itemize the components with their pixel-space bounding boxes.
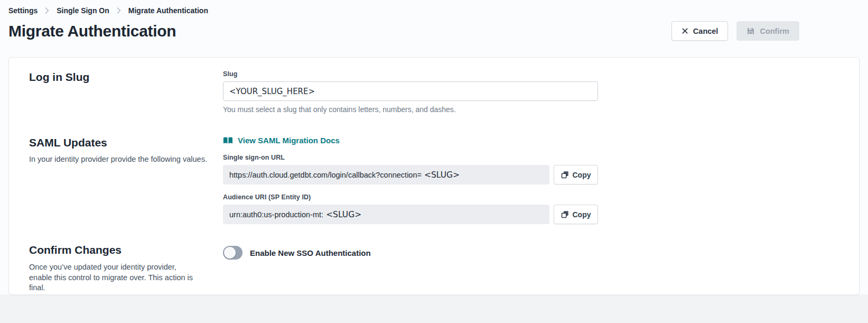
audience-uri-value: urn:auth0:us-production-mt: <SLUG>: [223, 205, 549, 224]
save-icon: [746, 27, 755, 35]
breadcrumb-settings[interactable]: Settings: [8, 6, 38, 15]
confirm-button-label: Confirm: [760, 27, 789, 35]
breadcrumb-single-sign-on[interactable]: Single Sign On: [57, 6, 109, 15]
audience-uri-slug-placeholder: <SLUG>: [326, 210, 361, 219]
page-container: Settings Single Sign On Migrate Authenti…: [0, 0, 868, 294]
migrate-authentication-card: Log in Slug Slug You must select a slug …: [8, 57, 860, 295]
breadcrumb-current-page: Migrate Authentication: [128, 6, 208, 15]
toggle-knob: [224, 247, 236, 259]
audience-uri-label: Audience URI (SP Entity ID): [223, 193, 598, 201]
close-icon: [682, 27, 688, 34]
confirm-changes-heading: Confirm Changes: [29, 243, 223, 257]
breadcrumb: Settings Single Sign On Migrate Authenti…: [8, 6, 860, 15]
copy-button-label: Copy: [573, 210, 591, 219]
copy-sso-url-button[interactable]: Copy: [554, 165, 598, 184]
chevron-right-icon: [117, 7, 121, 14]
audience-uri-prefix: urn:auth0:us-production-mt:: [229, 210, 323, 219]
login-slug-section: Log in Slug Slug You must select a slug …: [29, 70, 839, 114]
sso-url-slug-placeholder: <SLUG>: [424, 170, 460, 180]
enable-sso-toggle[interactable]: [223, 246, 242, 260]
slug-input[interactable]: [223, 81, 598, 101]
login-slug-heading: Log in Slug: [29, 70, 223, 84]
cancel-button[interactable]: Cancel: [671, 21, 729, 41]
header-actions: Cancel Confirm: [671, 21, 799, 41]
copy-icon: [561, 210, 569, 218]
confirm-button[interactable]: Confirm: [736, 21, 799, 41]
chevron-right-icon: [45, 7, 49, 14]
copy-icon: [561, 171, 569, 179]
enable-sso-toggle-label: Enable New SSO Authentication: [250, 248, 371, 257]
cancel-button-label: Cancel: [693, 27, 718, 35]
copy-audience-uri-button[interactable]: Copy: [554, 205, 598, 224]
enable-sso-toggle-row: Enable New SSO Authentication: [223, 246, 598, 260]
saml-updates-subtitle: In your identity provider provide the fo…: [29, 154, 223, 164]
view-saml-migration-docs-link[interactable]: View SAML Migration Docs: [223, 136, 340, 145]
audience-uri-row: urn:auth0:us-production-mt: <SLUG> Copy: [223, 205, 598, 224]
slug-helper-text: You must select a slug that only contain…: [223, 105, 598, 114]
saml-updates-section: SAML Updates In your identity provider p…: [29, 136, 839, 224]
sso-url-label: Single sign-on URL: [223, 154, 598, 161]
page-header: Migrate Authentication Cancel: [8, 21, 860, 41]
book-icon: [223, 136, 233, 145]
page-title: Migrate Authentication: [8, 22, 176, 40]
copy-button-label: Copy: [573, 171, 591, 179]
confirm-changes-section: Confirm Changes Once you’ve updated your…: [29, 243, 839, 293]
slug-field-label: Slug: [223, 70, 598, 78]
saml-updates-heading: SAML Updates: [29, 136, 223, 150]
sso-url-prefix: https://auth.cloud.getdbt.com/login/call…: [229, 171, 422, 179]
view-saml-migration-docs-label: View SAML Migration Docs: [238, 136, 340, 145]
confirm-changes-description: Once you’ve updated your identity provid…: [29, 262, 198, 293]
sso-url-row: https://auth.cloud.getdbt.com/login/call…: [223, 165, 598, 184]
sso-url-value: https://auth.cloud.getdbt.com/login/call…: [223, 165, 549, 184]
